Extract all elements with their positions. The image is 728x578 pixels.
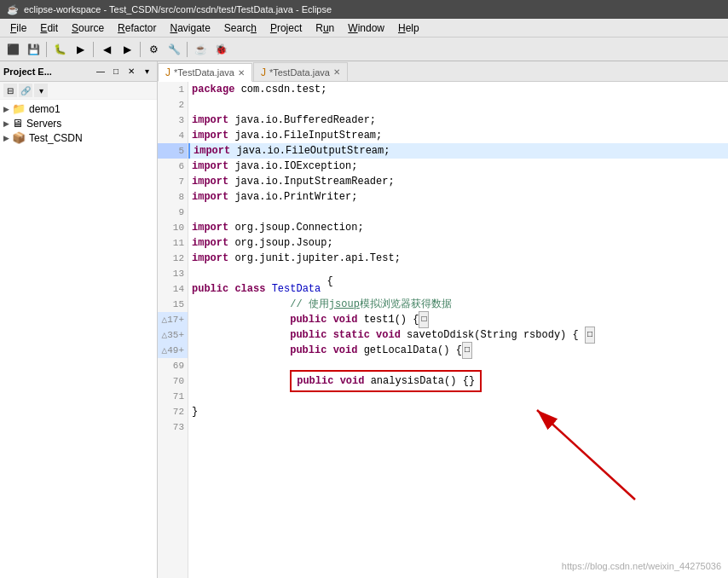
toolbar-btn-3[interactable]: ◀	[97, 40, 116, 59]
tree-arrow-demo1: ▶	[3, 105, 12, 113]
ln-70: 70	[158, 373, 188, 389]
sidebar: Project E... — □ ✕ ▾ ⊟ 🔗 ▾ ▶ 📁 demo1 ▶	[0, 61, 158, 578]
ln-69: 69	[158, 358, 188, 373]
editor-wrapper: 1 2 3 4 5 6 7 8 9 10 11 12 13 14 15 △17+	[158, 82, 728, 578]
title-bar: ☕ eclipse-workspace - Test_CSDN/src/com/…	[0, 0, 728, 19]
watermark: https://blog.csdn.net/weixin_44275036	[562, 561, 721, 571]
toolbar-separator-1	[46, 42, 47, 57]
menu-help[interactable]: Help	[391, 20, 426, 36]
menu-source[interactable]: Source	[65, 20, 111, 36]
code-line-6: import java.io.IOException;	[188, 159, 728, 174]
menu-edit[interactable]: Edit	[33, 20, 65, 36]
ln-49: △49+	[158, 343, 188, 358]
sidebar-header: Project E... — □ ✕ ▾	[0, 61, 157, 82]
tree-arrow-test-csdn: ▶	[3, 134, 12, 142]
project-tree: ▶ 📁 demo1 ▶ 🖥 Servers ▶ 📦 Test_CSDN	[0, 100, 157, 578]
ln-4: 4	[158, 128, 188, 143]
tab-label-active: *TestData.java	[174, 67, 234, 78]
tab-testdata-active[interactable]: J *TestData.java ✕	[158, 63, 252, 82]
toolbar-btn-4[interactable]: ▶	[118, 40, 136, 59]
debug-button[interactable]: 🐛	[50, 40, 69, 59]
sidebar-minimize-button[interactable]: —	[94, 65, 107, 78]
code-line-9	[188, 205, 728, 220]
ln-14: 14	[158, 281, 188, 297]
menu-navigate[interactable]: Navigate	[163, 20, 217, 36]
code-content[interactable]: package com.csdn.test; import java.io.Bu…	[188, 82, 728, 578]
tab-testdata-secondary[interactable]: J *TestData.java ✕	[253, 62, 348, 81]
sidebar-view-menu-button[interactable]: ▾	[34, 84, 48, 97]
code-line-2	[188, 97, 728, 113]
ln-17: △17+	[158, 312, 188, 327]
tab-close-active[interactable]: ✕	[238, 68, 245, 78]
menu-refactor[interactable]: Refactor	[111, 20, 163, 36]
tree-label-demo1: demo1	[29, 103, 61, 115]
perspective-debug[interactable]: 🐞	[211, 40, 230, 59]
toolbar-separator-3	[140, 42, 141, 57]
code-line-13	[188, 266, 728, 281]
ln-8: 8	[158, 189, 188, 205]
tree-arrow-servers: ▶	[3, 119, 12, 128]
menu-file[interactable]: File	[3, 20, 33, 36]
code-editor[interactable]: 1 2 3 4 5 6 7 8 9 10 11 12 13 14 15 △17+	[158, 82, 728, 578]
perspective-java[interactable]: ☕	[191, 40, 210, 59]
tab-label-secondary: *TestData.java	[269, 67, 330, 78]
code-line-8: import java.io.PrintWriter;	[188, 189, 728, 205]
save-button[interactable]: 💾	[24, 40, 43, 59]
main-layout: Project E... — □ ✕ ▾ ⊟ 🔗 ▾ ▶ 📁 demo1 ▶	[0, 61, 728, 578]
code-line-11: import org.jsoup.Jsoup;	[188, 235, 728, 251]
menu-bar: File Edit Source Refactor Navigate Searc…	[0, 19, 728, 38]
menu-window[interactable]: Window	[341, 20, 391, 36]
code-line-4: import java.io.FileInputStream;	[188, 128, 728, 143]
tree-item-demo1[interactable]: ▶ 📁 demo1	[0, 101, 157, 116]
project-icon-demo1: 📁	[12, 102, 26, 115]
ln-12: 12	[158, 251, 188, 266]
toolbar-btn-5[interactable]: ⚙	[144, 40, 163, 59]
code-line-5: import java.io.FileOutputStream;	[188, 143, 728, 159]
ln-73: 73	[158, 419, 188, 435]
editor-area: J *TestData.java ✕ J *TestData.java ✕ 1 …	[158, 61, 728, 578]
tab-bar: J *TestData.java ✕ J *TestData.java ✕	[158, 61, 728, 82]
project-icon-servers: 🖥	[12, 117, 23, 130]
code-line-3: import java.io.BufferedReader;	[188, 113, 728, 128]
code-line-73	[188, 419, 728, 435]
toolbar: ⬛ 💾 🐛 ▶ ◀ ▶ ⚙ 🔧 ☕ 🐞	[0, 38, 728, 61]
tree-label-servers: Servers	[26, 118, 61, 130]
menu-project[interactable]: Project	[263, 20, 309, 36]
tab-icon-active: J	[165, 66, 170, 78]
collapse-all-button[interactable]: ⊟	[3, 84, 17, 97]
tab-close-secondary[interactable]: ✕	[333, 67, 340, 77]
code-line-49: public void getLocalData() {□	[188, 343, 728, 358]
code-line-1: package com.csdn.test;	[188, 82, 728, 97]
ln-15: 15	[158, 297, 188, 312]
new-button[interactable]: ⬛	[3, 40, 22, 59]
ln-1: 1	[158, 82, 188, 97]
code-line-72: }	[188, 404, 728, 419]
tree-label-test-csdn: Test_CSDN	[29, 132, 83, 144]
ln-35: △35+	[158, 327, 188, 343]
sidebar-maximize-button[interactable]: □	[109, 65, 123, 78]
menu-search[interactable]: Search	[217, 20, 263, 36]
toolbar-btn-6[interactable]: 🔧	[165, 40, 183, 59]
tree-item-test-csdn[interactable]: ▶ 📦 Test_CSDN	[0, 130, 157, 145]
toolbar-separator-2	[93, 42, 94, 57]
code-line-7: import java.io.InputStreamReader;	[188, 174, 728, 189]
ln-3: 3	[158, 113, 188, 128]
ln-11: 11	[158, 235, 188, 251]
ln-7: 7	[158, 174, 188, 189]
run-button[interactable]: ▶	[71, 40, 90, 59]
sidebar-close-button[interactable]: ✕	[124, 65, 138, 78]
ln-2: 2	[158, 97, 188, 113]
line-numbers: 1 2 3 4 5 6 7 8 9 10 11 12 13 14 15 △17+	[158, 82, 188, 578]
link-with-editor-button[interactable]: 🔗	[19, 84, 32, 97]
title-text: eclipse-workspace - Test_CSDN/src/com/cs…	[24, 4, 332, 14]
sidebar-toolbar: ⊟ 🔗 ▾	[0, 82, 157, 100]
menu-run[interactable]: Run	[309, 20, 341, 36]
sidebar-title: Project E...	[3, 66, 52, 77]
sidebar-menu-button[interactable]: ▾	[140, 65, 153, 78]
sidebar-header-actions: — □ ✕ ▾	[94, 65, 153, 78]
ln-72: 72	[158, 404, 188, 419]
ln-10: 10	[158, 220, 188, 235]
code-line-12: import org.junit.jupiter.api.Test;	[188, 251, 728, 266]
code-line-10: import org.jsoup.Connection;	[188, 220, 728, 235]
tree-item-servers[interactable]: ▶ 🖥 Servers	[0, 116, 157, 130]
